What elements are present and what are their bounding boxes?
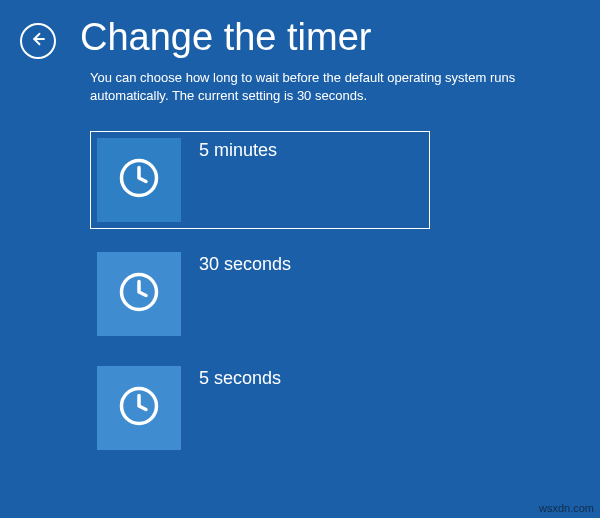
page-header: Change the timer — [0, 0, 600, 69]
option-label: 30 seconds — [199, 252, 291, 275]
option-tile — [97, 366, 181, 450]
option-tile — [97, 138, 181, 222]
watermark: wsxdn.com — [539, 502, 594, 514]
option-label: 5 minutes — [199, 138, 277, 161]
content-area: You can choose how long to wait before t… — [0, 69, 600, 457]
option-tile — [97, 252, 181, 336]
timer-option-5-seconds[interactable]: 5 seconds — [90, 359, 430, 457]
option-label: 5 seconds — [199, 366, 281, 389]
page-title: Change the timer — [80, 16, 372, 59]
clock-icon — [118, 385, 160, 431]
back-arrow-icon — [29, 30, 47, 52]
timer-option-5-minutes[interactable]: 5 minutes — [90, 131, 430, 229]
timer-option-30-seconds[interactable]: 30 seconds — [90, 245, 430, 343]
clock-icon — [118, 157, 160, 203]
back-button[interactable] — [20, 23, 56, 59]
description-text: You can choose how long to wait before t… — [90, 69, 580, 105]
clock-icon — [118, 271, 160, 317]
